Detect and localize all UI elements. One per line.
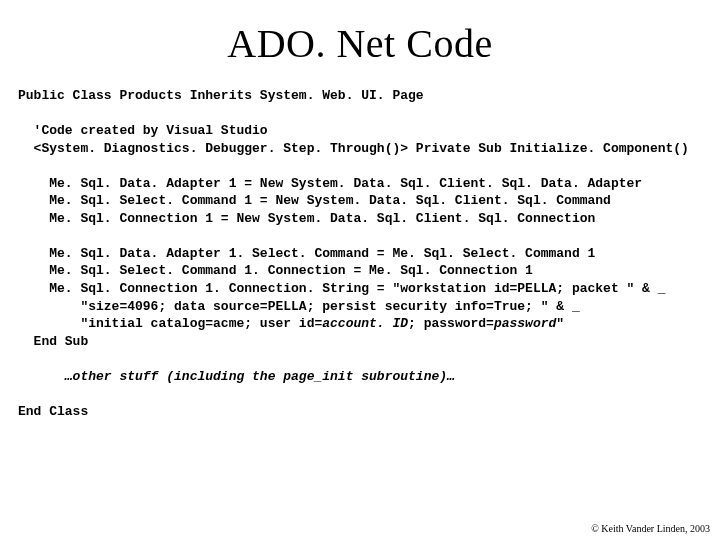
code-line: Me. Sql. Connection 1. Connection. Strin…	[18, 281, 666, 296]
code-line: Me. Sql. Select. Command 1 = New System.…	[18, 193, 611, 208]
emphasis-account-id: account. ID	[322, 316, 408, 331]
code-line: Public Class Products Inherits System. W…	[18, 88, 424, 103]
code-line: <System. Diagnostics. Debugger. Step. Th…	[18, 141, 689, 156]
emphasis-password: password	[494, 316, 556, 331]
code-line: "size=4096; data source=PELLA; persist s…	[18, 299, 580, 314]
code-line: Me. Sql. Connection 1 = New System. Data…	[18, 211, 595, 226]
code-comment-italic: …other stuff (including the page_init su…	[18, 369, 455, 384]
code-line: "initial catalog=acme; user id=account. …	[18, 316, 564, 331]
copyright-footer: © Keith Vander Linden, 2003	[591, 523, 710, 534]
code-line: 'Code created by Visual Studio	[18, 123, 268, 138]
code-line: End Class	[18, 404, 88, 419]
code-block: Public Class Products Inherits System. W…	[0, 77, 720, 420]
slide-title: ADO. Net Code	[0, 0, 720, 77]
code-line: End Sub	[18, 334, 88, 349]
code-line: Me. Sql. Select. Command 1. Connection =…	[18, 263, 533, 278]
slide: ADO. Net Code Public Class Products Inhe…	[0, 0, 720, 540]
code-line: Me. Sql. Data. Adapter 1 = New System. D…	[18, 176, 642, 191]
code-line: Me. Sql. Data. Adapter 1. Select. Comman…	[18, 246, 595, 261]
